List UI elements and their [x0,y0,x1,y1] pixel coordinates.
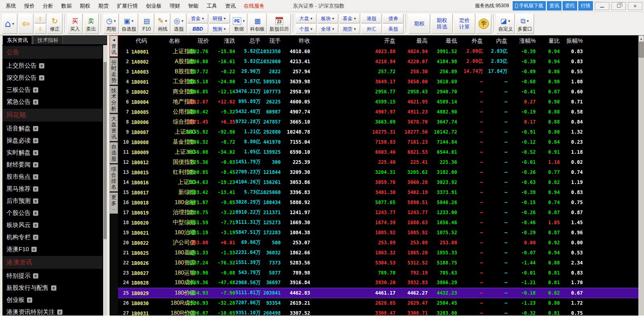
toolbar-pricing-calc-button[interactable]: 定价计算 [453,14,475,34]
toolbar-market-stock-top-button[interactable]: 大盘▼ [296,14,317,23]
toolbar-sector-global-top-button[interactable]: 板块▼ [317,14,338,23]
minimize-button[interactable] [595,2,609,10]
sidebar-item[interactable]: 三板公告e [2,84,102,96]
toolbar-sector-global-bottom-button[interactable]: 全球▼ [317,24,338,34]
sidebar-item[interactable]: 创业板e [2,294,102,306]
toolbar-report-forecast-bottom-button[interactable]: 预测▼ [209,24,230,34]
menu-item[interactable]: 系统 [2,2,20,10]
table-row[interactable]: 261B0030180R成长2586.93-32.287207.86万93354… [118,298,638,308]
sidebar-scrollbar[interactable] [103,45,107,316]
toolbar-funds-bbd-bottom-button[interactable]: BBD [187,24,208,34]
toolbar-fund-futures-bottom-button[interactable]: 期货▼ [339,24,360,34]
sidebar-item[interactable]: 黑马推荐e [2,183,102,195]
table-row[interactable]: 251B0029180价值4454.93-7.905111.81万2038414… [118,288,638,298]
toolbar-draw-line-button[interactable]: ✎▼画线 [155,14,170,34]
sidebar-item[interactable]: 语音解盘e [2,122,102,134]
toolbar-bond-us-top-button[interactable]: 债券 [383,14,404,23]
sidebar-item[interactable]: 特别提示e [2,270,102,282]
table-row[interactable]: 171B0019治理指数1238.75-3.228910.22万21137112… [118,207,638,217]
sidebar-item[interactable]: 上交所公告e [2,60,102,72]
column-header[interactable]: 涨幅% [509,35,537,46]
vertical-tab[interactable]: 大盘资讯 [110,114,118,141]
toolbar-down-button[interactable]: ⇩ [34,24,46,34]
toolbar-bond-us-bottom-button[interactable]: 美股 [383,24,404,34]
column-header[interactable]: 最低 [429,35,458,46]
restore-button[interactable] [611,2,626,10]
table-row[interactable]: 151B0017新综指3383.42-13.415.73亿10250603396… [118,187,638,197]
column-header[interactable]: 名称 [152,35,197,46]
menu-item[interactable]: 期权 [76,2,94,10]
toolbar-market-stock-bottom-button[interactable]: 个股▼ [296,24,317,34]
table-row[interactable]: 141B0016上证503034.63-19.234104.26万1562613… [118,177,638,187]
toolbar-buy-button[interactable]: 买买入 [67,14,83,34]
sidebar-item[interactable]: 后市预测e [2,195,102,207]
close-button[interactable]: × [628,2,642,10]
vertical-tab[interactable]: 更多·· [110,192,118,214]
toolbar-home-button[interactable]: ⌂▼ [2,14,17,34]
toolbar-back-button[interactable]: ⇦ [18,14,33,34]
vertical-tab[interactable]: 自选股 [110,142,118,163]
sidebar-item[interactable]: 港澳F10e [2,243,102,255]
table-row[interactable]: 91B0007上证18010155.92-92.861.21亿292880102… [118,127,638,137]
toolbar-fund-futures-top-button[interactable]: 基金▼ [339,14,360,23]
table-row[interactable]: 221B0026180资源5207.24-76.321551.39万737352… [118,258,638,268]
column-header[interactable]: 最高 [397,35,429,46]
table-row[interactable]: 181B0020中型综指1661.59-7.719111.31万12527316… [118,217,638,227]
toolbar-f10-button[interactable]: ▤F10 [139,14,154,34]
sidebar-tab[interactable]: 技术指标 [33,35,63,44]
scroll-up-button[interactable]: ▲ [638,35,644,42]
column-header[interactable]: 涨跌 [209,35,236,46]
menu-item[interactable]: 报价 [20,2,39,10]
table-row[interactable]: 21A0002A股指数4196.80-16.615.82亿10320604213… [118,56,638,66]
table-scrollbar[interactable]: ▲ [638,35,644,322]
table-row[interactable]: 241B0028180成长3869.36-47.482968.56万366973… [118,278,638,288]
quickbar-button[interactable]: 资讯 [547,1,561,10]
toolbar-options-filter-button[interactable]: 期权筛选 [431,14,453,34]
menu-item[interactable]: 资讯 [221,2,240,10]
toolbar-report-forecast-top-button[interactable]: 研报▼ [209,14,230,23]
toolbar-hk-forex-top-button[interactable]: 港股 [361,14,382,23]
table-row[interactable]: 81B0006综合指数3671.45+6.359732.28万247857366… [118,117,638,127]
menu-item[interactable]: 分析 [39,2,57,10]
table-scrollbar-thumb[interactable] [639,42,644,58]
sidebar-item[interactable]: 财经要闻e [2,159,102,171]
menu-item-online-service[interactable]: 在线服务 [240,2,269,10]
toolbar-sell-button[interactable]: 卖卖出 [83,14,99,34]
sidebar-item[interactable]: 板块风云e [2,219,102,231]
column-header[interactable]: 外盘 [458,35,484,46]
toolbar-pe-data-button[interactable]: PE▼数据 [231,14,247,34]
column-header[interactable]: 量比 [537,35,561,46]
vertical-tab[interactable]: ◀资讯 [110,35,118,57]
sidebar-item[interactable]: 机构专栏e [2,231,102,243]
table-row[interactable]: 51B0002商业指数2946.85-12.143476.21万10777329… [118,87,638,97]
quickbar-button[interactable]: 行情 [578,1,593,10]
toolbar-stock-pick-button[interactable]: ◎▼选股 [171,14,186,34]
menu-item[interactable]: 智能 [184,2,203,10]
table-row[interactable]: 231B0027180运输789.90-0.08543.79万5877789.9… [118,268,638,278]
column-header[interactable]: 代码 [130,35,152,46]
sidebar-item[interactable]: 港澳资讯特别关注e [2,306,102,316]
table-row[interactable]: 191B0021180治理1081.19-3.195847.51万1722831… [118,227,638,237]
column-header[interactable]: 振幅% [561,35,584,46]
table-row[interactable]: 121B0012国债指数225.36-0.031451.79万300225.39… [118,157,638,167]
table-row[interactable]: 41B0001工业指数3615.18-24.803.87亿5895103639.… [118,76,638,87]
sidebar-item[interactable]: 新股发行与配售e [2,282,102,294]
table-row[interactable]: 111B0009上证3806556.08-34.021.05亿139925659… [118,147,638,157]
toolbar-funds-bbd-top-button[interactable]: 资金▼ [187,14,208,23]
toolbar-star-market-button[interactable]: ▦科创板 [248,14,267,34]
vertical-tab[interactable]: 综合排名 [110,164,118,192]
table-row[interactable]: 71B0005公用指数4898.42-9.325432.48万609874907… [118,107,638,117]
vertical-tab[interactable]: 技术分析 [110,86,118,113]
quickbar-mobile-download[interactable]: 手机版下载 [513,1,546,10]
toolbar-correct-button[interactable]: ↻修正 [47,14,62,34]
column-header[interactable]: 昨收 [282,35,311,46]
table-row[interactable]: 161B0018180金融5871.87-9.053028.29万1804345… [118,197,638,207]
sidebar-item[interactable]: 深交所公告e [2,72,102,84]
table-row[interactable]: 31A0003B股指数257.72-0.2229.90万2822257.9425… [118,66,638,76]
sidebar-item[interactable]: 股市焦点e [2,171,102,183]
toolbar-learn-button[interactable]: 学 [476,14,491,34]
toolbar-period-button[interactable]: ◷▼周期 [104,14,119,34]
menu-item[interactable]: 期货 [94,2,113,10]
menu-item[interactable]: 扩展行情 [113,2,142,10]
sidebar-tab[interactable]: 东兴资讯 [2,35,32,44]
